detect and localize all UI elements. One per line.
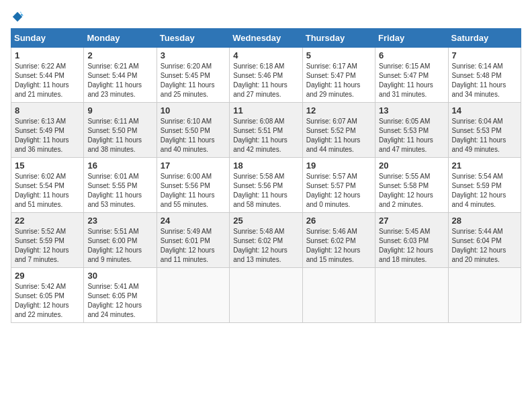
- day-number: 13: [379, 105, 444, 116]
- day-info: Sunrise: 6:17 AM Sunset: 5:47 PM Dayligh…: [306, 62, 371, 99]
- calendar-cell: 10 Sunrise: 6:10 AM Sunset: 5:50 PM Dayl…: [157, 103, 229, 158]
- header-cell-wednesday: Wednesday: [230, 29, 302, 48]
- day-info: Sunrise: 5:52 AM Sunset: 5:59 PM Dayligh…: [15, 227, 80, 265]
- calendar-cell: 27 Sunrise: 5:45 AM Sunset: 6:03 PM Dayl…: [375, 213, 448, 268]
- calendar-cell: 8 Sunrise: 6:13 AM Sunset: 5:49 PM Dayli…: [11, 103, 84, 158]
- day-number: 11: [233, 105, 298, 116]
- day-number: 23: [87, 216, 152, 226]
- day-number: 12: [306, 105, 371, 116]
- day-number: 24: [161, 216, 226, 226]
- day-number: 14: [452, 105, 517, 116]
- calendar-week-3: 22 Sunrise: 5:52 AM Sunset: 5:59 PM Dayl…: [11, 213, 521, 268]
- calendar-week-1: 8 Sunrise: 6:13 AM Sunset: 5:49 PM Dayli…: [11, 103, 521, 158]
- calendar-cell: 18 Sunrise: 5:58 AM Sunset: 5:56 PM Dayl…: [230, 158, 302, 213]
- day-info: Sunrise: 6:20 AM Sunset: 5:45 PM Dayligh…: [161, 62, 226, 99]
- calendar-cell: [157, 268, 229, 323]
- calendar-cell: 14 Sunrise: 6:04 AM Sunset: 5:53 PM Dayl…: [448, 103, 521, 158]
- day-number: 6: [379, 50, 444, 60]
- calendar-table: SundayMondayTuesdayWednesdayThursdayFrid…: [11, 28, 521, 323]
- day-info: Sunrise: 6:13 AM Sunset: 5:49 PM Dayligh…: [15, 117, 80, 154]
- day-info: Sunrise: 6:04 AM Sunset: 5:53 PM Dayligh…: [452, 117, 517, 154]
- day-info: Sunrise: 6:11 AM Sunset: 5:50 PM Dayligh…: [87, 117, 152, 154]
- day-info: Sunrise: 5:44 AM Sunset: 6:04 PM Dayligh…: [452, 227, 517, 265]
- day-number: 19: [306, 161, 371, 171]
- day-info: Sunrise: 6:08 AM Sunset: 5:51 PM Dayligh…: [233, 117, 298, 154]
- day-number: 15: [15, 161, 80, 171]
- day-info: Sunrise: 5:42 AM Sunset: 6:05 PM Dayligh…: [15, 282, 80, 320]
- calendar-cell: 26 Sunrise: 5:46 AM Sunset: 6:02 PM Dayl…: [302, 213, 375, 268]
- calendar-cell: 20 Sunrise: 5:55 AM Sunset: 5:58 PM Dayl…: [375, 158, 448, 213]
- header-cell-tuesday: Tuesday: [157, 29, 229, 48]
- calendar-cell: 30 Sunrise: 5:41 AM Sunset: 6:05 PM Dayl…: [84, 268, 157, 323]
- day-info: Sunrise: 6:05 AM Sunset: 5:53 PM Dayligh…: [379, 117, 444, 154]
- calendar-cell: 23 Sunrise: 5:51 AM Sunset: 6:00 PM Dayl…: [84, 213, 157, 268]
- svg-marker-0: [13, 12, 22, 21]
- day-info: Sunrise: 6:18 AM Sunset: 5:46 PM Dayligh…: [233, 62, 298, 99]
- page-header: [11, 11, 521, 23]
- day-info: Sunrise: 5:57 AM Sunset: 5:57 PM Dayligh…: [306, 172, 371, 210]
- calendar-cell: 16 Sunrise: 6:01 AM Sunset: 5:55 PM Dayl…: [84, 158, 157, 213]
- day-info: Sunrise: 6:01 AM Sunset: 5:55 PM Dayligh…: [87, 172, 152, 210]
- day-info: Sunrise: 5:46 AM Sunset: 6:02 PM Dayligh…: [306, 227, 371, 265]
- header-row: SundayMondayTuesdayWednesdayThursdayFrid…: [11, 29, 521, 48]
- calendar-cell: [448, 268, 521, 323]
- calendar-cell: [375, 268, 448, 323]
- calendar-cell: 7 Sunrise: 6:14 AM Sunset: 5:48 PM Dayli…: [448, 48, 521, 103]
- calendar-body: 1 Sunrise: 6:22 AM Sunset: 5:44 PM Dayli…: [11, 48, 521, 323]
- calendar-cell: 4 Sunrise: 6:18 AM Sunset: 5:46 PM Dayli…: [230, 48, 302, 103]
- day-info: Sunrise: 5:58 AM Sunset: 5:56 PM Dayligh…: [233, 172, 298, 210]
- calendar-cell: 21 Sunrise: 5:54 AM Sunset: 5:59 PM Dayl…: [448, 158, 521, 213]
- calendar-cell: 1 Sunrise: 6:22 AM Sunset: 5:44 PM Dayli…: [11, 48, 84, 103]
- calendar-cell: [302, 268, 375, 323]
- day-info: Sunrise: 5:49 AM Sunset: 6:01 PM Dayligh…: [161, 227, 226, 265]
- day-number: 26: [306, 216, 371, 226]
- calendar-header: SundayMondayTuesdayWednesdayThursdayFrid…: [11, 29, 521, 48]
- calendar-cell: 15 Sunrise: 6:02 AM Sunset: 5:54 PM Dayl…: [11, 158, 84, 213]
- day-info: Sunrise: 5:41 AM Sunset: 6:05 PM Dayligh…: [87, 282, 152, 320]
- day-number: 2: [87, 50, 152, 60]
- day-info: Sunrise: 6:07 AM Sunset: 5:52 PM Dayligh…: [306, 117, 371, 154]
- day-number: 28: [452, 216, 517, 226]
- logo-icon: [11, 11, 24, 23]
- day-info: Sunrise: 6:14 AM Sunset: 5:48 PM Dayligh…: [452, 62, 517, 99]
- day-info: Sunrise: 5:55 AM Sunset: 5:58 PM Dayligh…: [379, 172, 444, 210]
- calendar-week-2: 15 Sunrise: 6:02 AM Sunset: 5:54 PM Dayl…: [11, 158, 521, 213]
- calendar-cell: 3 Sunrise: 6:20 AM Sunset: 5:45 PM Dayli…: [157, 48, 229, 103]
- day-info: Sunrise: 6:00 AM Sunset: 5:56 PM Dayligh…: [161, 172, 226, 210]
- day-number: 7: [452, 50, 517, 60]
- logo: [11, 11, 24, 23]
- day-info: Sunrise: 5:45 AM Sunset: 6:03 PM Dayligh…: [379, 227, 444, 265]
- calendar-cell: 22 Sunrise: 5:52 AM Sunset: 5:59 PM Dayl…: [11, 213, 84, 268]
- calendar-cell: 9 Sunrise: 6:11 AM Sunset: 5:50 PM Dayli…: [84, 103, 157, 158]
- calendar-cell: 24 Sunrise: 5:49 AM Sunset: 6:01 PM Dayl…: [157, 213, 229, 268]
- header-cell-friday: Friday: [375, 29, 448, 48]
- day-info: Sunrise: 5:51 AM Sunset: 6:00 PM Dayligh…: [87, 227, 152, 265]
- calendar-cell: 5 Sunrise: 6:17 AM Sunset: 5:47 PM Dayli…: [302, 48, 375, 103]
- day-number: 18: [233, 161, 298, 171]
- calendar-cell: 25 Sunrise: 5:48 AM Sunset: 6:02 PM Dayl…: [230, 213, 302, 268]
- day-number: 8: [15, 105, 80, 116]
- day-info: Sunrise: 6:10 AM Sunset: 5:50 PM Dayligh…: [161, 117, 226, 154]
- day-number: 20: [379, 161, 444, 171]
- day-info: Sunrise: 5:54 AM Sunset: 5:59 PM Dayligh…: [452, 172, 517, 210]
- day-number: 9: [87, 105, 152, 116]
- calendar-cell: [230, 268, 302, 323]
- day-number: 3: [161, 50, 226, 60]
- calendar-cell: 6 Sunrise: 6:15 AM Sunset: 5:47 PM Dayli…: [375, 48, 448, 103]
- day-number: 22: [15, 216, 80, 226]
- header-cell-saturday: Saturday: [448, 29, 521, 48]
- day-number: 17: [161, 161, 226, 171]
- day-number: 27: [379, 216, 444, 226]
- calendar-cell: 2 Sunrise: 6:21 AM Sunset: 5:44 PM Dayli…: [84, 48, 157, 103]
- calendar-week-4: 29 Sunrise: 5:42 AM Sunset: 6:05 PM Dayl…: [11, 268, 521, 323]
- header-cell-monday: Monday: [84, 29, 157, 48]
- day-number: 1: [15, 50, 80, 60]
- day-number: 4: [233, 50, 298, 60]
- day-number: 16: [87, 161, 152, 171]
- calendar-cell: 29 Sunrise: 5:42 AM Sunset: 6:05 PM Dayl…: [11, 268, 84, 323]
- day-number: 29: [15, 271, 80, 281]
- day-number: 25: [233, 216, 298, 226]
- header-cell-sunday: Sunday: [11, 29, 84, 48]
- day-number: 5: [306, 50, 371, 60]
- day-info: Sunrise: 6:22 AM Sunset: 5:44 PM Dayligh…: [15, 62, 80, 99]
